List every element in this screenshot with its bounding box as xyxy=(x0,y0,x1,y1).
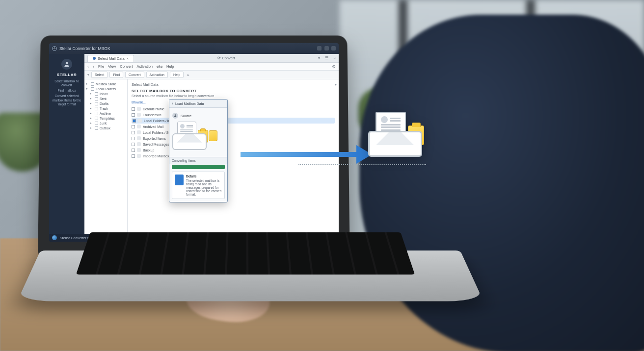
list-item[interactable]: Thunderbird xyxy=(132,112,335,118)
tab-strip: Select Mail Data × ⟳ Convert ▾ ☰ × xyxy=(84,54,339,63)
tab-indicator-icon xyxy=(93,57,96,60)
rail-text: Select mailbox to convert xyxy=(52,79,82,87)
list-item[interactable]: Exported Items xyxy=(132,135,335,141)
list-item[interactable]: Local Folders / Sent xyxy=(132,129,335,135)
rail-text: Convert selected mailbox items to the ta… xyxy=(52,94,82,106)
ribbon: ▾ Select Find Convert Activation Help ▸ xyxy=(84,71,339,79)
tab-close-icon[interactable]: × xyxy=(127,56,129,61)
taskbar: Stellar Converter for MBOX xyxy=(49,234,339,242)
menu-item[interactable]: View xyxy=(108,64,116,69)
window-title: Stellar Converter for MBOX xyxy=(59,46,110,51)
settings-icon[interactable]: ⚙ xyxy=(332,64,336,69)
ribbon-button[interactable]: Convert xyxy=(125,72,144,78)
ribbon-button[interactable]: Find xyxy=(109,72,123,78)
menu-item[interactable]: File xyxy=(98,64,104,69)
dialog-info: Details The selected mailbox is being re… xyxy=(172,172,225,199)
menu-item[interactable]: eite xyxy=(157,64,162,69)
info-thumb-icon xyxy=(175,175,184,185)
maximize-button[interactable] xyxy=(324,46,329,50)
info-title: Details xyxy=(186,175,222,178)
rail-text: Find mailbox xyxy=(52,89,82,93)
list-item[interactable]: Default Profile xyxy=(132,106,335,112)
ribbon-button[interactable]: Activation xyxy=(146,72,168,78)
tab-center-label: ⟳ Convert xyxy=(217,56,235,60)
svg-point-0 xyxy=(66,62,68,64)
list-item[interactable]: Backup xyxy=(132,147,335,153)
user-avatar-icon xyxy=(61,59,72,70)
menu-item[interactable]: Help xyxy=(166,64,174,69)
menu-item[interactable]: Convert xyxy=(120,64,133,69)
ribbon-more-icon[interactable]: ▸ xyxy=(188,73,189,77)
svg-point-1 xyxy=(175,114,176,116)
list-item[interactable]: Local Folders / Inbox xyxy=(132,118,335,124)
start-orb-icon[interactable] xyxy=(52,235,57,240)
ribbon-chevron-icon[interactable]: ▾ xyxy=(87,73,89,77)
tab-close-all-icon[interactable]: × xyxy=(333,56,336,60)
ribbon-button[interactable]: Help xyxy=(170,72,184,78)
content-pane: Select Mail Data SELECT MAILBOX TO CONVE… xyxy=(128,79,339,234)
dialog-title: Load Mailbox Data xyxy=(175,102,204,105)
conversion-dialog: ‹ Load Mailbox Data Source xyxy=(169,99,228,202)
dialog-preview xyxy=(172,122,224,150)
person-silhouette xyxy=(359,15,644,351)
page-subtext: Select a source mailbox file below to be… xyxy=(132,94,335,98)
minimize-button[interactable] xyxy=(317,46,322,50)
taskbar-app-label[interactable]: Stellar Converter for MBOX xyxy=(60,236,103,240)
ribbon-button[interactable]: Select xyxy=(91,72,107,78)
window-titlebar: ✧ Stellar Converter for MBOX xyxy=(49,43,339,54)
breadcrumb: Select Mail Data xyxy=(132,82,335,87)
tab-settings-icon[interactable]: ☰ xyxy=(325,56,328,60)
menu-item[interactable]: Activation xyxy=(136,64,153,69)
page-heading: SELECT MAILBOX TO CONVERT xyxy=(132,89,335,93)
folder-icon xyxy=(209,130,217,141)
pane-collapse-icon[interactable]: ▾ xyxy=(335,82,337,87)
brand-label: STELLAR xyxy=(52,73,82,77)
progress-label: Converting items xyxy=(169,157,227,164)
folder-tree[interactable]: ▸Mailbox Store ▾Local Folders ▸Inbox ▸Se… xyxy=(84,79,128,234)
menubar: ‹ › File View Convert Activation eite He… xyxy=(84,63,339,71)
browse-link[interactable]: Browse… xyxy=(132,100,335,104)
progress-bar xyxy=(172,165,225,169)
list-item[interactable]: Imported Mailbox xyxy=(132,153,335,159)
tab-active[interactable]: Select Mail Data × xyxy=(87,55,134,62)
source-avatar-icon xyxy=(172,113,178,119)
tab-overflow-icon[interactable]: ▾ xyxy=(318,56,320,60)
tab-label: Select Mail Data xyxy=(98,56,125,61)
dialog-back-icon[interactable]: ‹ xyxy=(172,101,173,106)
list-item[interactable]: Saved Messages xyxy=(132,141,335,147)
info-body: The selected mailbox is being read and i… xyxy=(186,179,222,196)
laptop-screen: ✧ Stellar Converter for MBOX STELLAR Sel… xyxy=(49,43,339,242)
mailbox-list[interactable]: Default Profile Thunderbird Local Folder… xyxy=(132,106,335,159)
mail-source-icon xyxy=(172,122,207,150)
list-item[interactable]: Archived Mail xyxy=(132,124,335,129)
mail-destination-icon xyxy=(368,112,422,157)
nav-fwd-icon[interactable]: › xyxy=(93,64,94,69)
nav-back-icon[interactable]: ‹ xyxy=(87,64,89,69)
close-button[interactable] xyxy=(331,46,336,50)
main-area: Select Mail Data × ⟳ Convert ▾ ☰ × ‹ › F… xyxy=(84,54,339,234)
background-plant xyxy=(0,113,49,172)
app-icon: ✧ xyxy=(52,46,57,51)
dialog-source-label: Source xyxy=(181,114,191,118)
left-rail: STELLAR Select mailbox to convert Find m… xyxy=(49,54,84,234)
window-controls[interactable] xyxy=(316,46,336,51)
